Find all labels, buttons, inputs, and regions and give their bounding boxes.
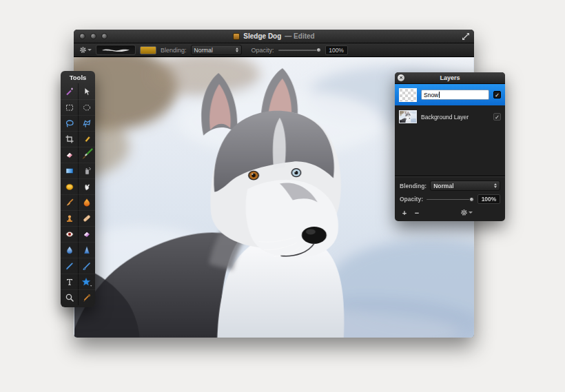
- tool-lasso[interactable]: [61, 115, 78, 131]
- tool-eraser[interactable]: [61, 147, 78, 163]
- traffic-lights: [79, 30, 107, 43]
- paintbrush-icon: [81, 149, 93, 161]
- stepper-icon: [494, 183, 497, 188]
- layers-opacity-label: Opacity:: [400, 196, 423, 203]
- tool-blur[interactable]: [61, 242, 78, 258]
- tool-healing[interactable]: [78, 210, 95, 226]
- bandage-icon: [82, 214, 92, 223]
- elliptical-marquee-icon: [82, 103, 92, 112]
- tool-eyedropper[interactable]: [78, 289, 95, 305]
- tool-magic-wand[interactable]: [61, 83, 78, 99]
- tool-smudge[interactable]: [78, 178, 95, 194]
- minimize-button[interactable]: [90, 33, 96, 39]
- tool-paintbrush[interactable]: [78, 147, 95, 163]
- layer-row-background[interactable]: Background Layer ✓: [395, 105, 505, 128]
- tool-type[interactable]: [61, 274, 78, 289]
- magic-wand-icon: [65, 87, 74, 96]
- stepper-icon: [236, 48, 238, 52]
- window-title-text: Sledge Dog: [243, 32, 281, 40]
- tool-smudge-brush[interactable]: [61, 194, 78, 210]
- layers-list-empty-area: [395, 128, 505, 176]
- layers-blending-label: Blending:: [400, 183, 427, 189]
- layers-opacity-slider[interactable]: [427, 196, 474, 203]
- brush-stroke-icon: [101, 47, 131, 53]
- layer-row-snow[interactable]: Snow ✓: [395, 84, 505, 105]
- tool-gradient[interactable]: [61, 163, 78, 178]
- close-button[interactable]: [79, 33, 85, 39]
- eyedropper-icon: [82, 293, 92, 302]
- tool-shape[interactable]: [78, 274, 95, 289]
- tool-clone-stamp[interactable]: [61, 210, 78, 226]
- clone-stamp-icon: [65, 214, 74, 223]
- tool-elliptical-marquee[interactable]: [78, 99, 95, 115]
- tool-move[interactable]: [78, 83, 95, 99]
- flame-icon: [82, 198, 92, 207]
- layer-name-input[interactable]: Snow: [421, 90, 489, 100]
- tools-palette-title: Tools: [61, 71, 95, 83]
- opacity-slider[interactable]: [278, 47, 321, 53]
- tool-zoom[interactable]: [61, 289, 78, 305]
- layer-visibility-checkbox[interactable]: ✓: [493, 113, 501, 121]
- layer-visibility-checkbox[interactable]: ✓: [493, 91, 501, 99]
- cone-icon: [82, 245, 92, 255]
- add-layer-button[interactable]: +: [400, 208, 409, 217]
- slider-track: [427, 199, 474, 200]
- tool-spray-can[interactable]: [78, 163, 95, 178]
- slider-knob[interactable]: [469, 197, 474, 202]
- tool-burn[interactable]: [78, 194, 95, 210]
- tool-rectangular-marquee[interactable]: [61, 99, 78, 115]
- chevron-down-icon: [88, 49, 92, 51]
- titlebar[interactable]: Sledge Dog — Edited: [74, 30, 474, 43]
- pen-icon: [65, 261, 74, 271]
- tool-freeform-pen[interactable]: [78, 258, 95, 274]
- polygonal-lasso-icon: [82, 118, 92, 128]
- tool-red-eye[interactable]: [61, 226, 78, 242]
- star-icon: [81, 277, 92, 287]
- water-drop-icon: [65, 245, 74, 255]
- gear-icon: [79, 46, 87, 54]
- eraser-icon: [65, 150, 74, 160]
- zoom-button[interactable]: [101, 33, 107, 39]
- layers-panel-header[interactable]: × Layers: [395, 72, 505, 84]
- document-icon: [233, 33, 240, 40]
- layers-panel-controls: Blending: Normal Opacity: 100%: [395, 176, 505, 206]
- pencil-icon: [82, 134, 92, 144]
- layers-opacity-value: 100%: [477, 194, 500, 204]
- tool-pen[interactable]: [61, 258, 78, 274]
- layer-settings-button[interactable]: [460, 209, 473, 216]
- tools-palette: Tools: [61, 71, 95, 307]
- smudge-brush-icon: [65, 198, 74, 207]
- move-cursor-icon: [82, 87, 92, 96]
- tool-crop[interactable]: [61, 131, 78, 147]
- opacity-label: Opacity:: [251, 47, 274, 54]
- art-eraser-icon: [82, 229, 92, 239]
- color-swatch[interactable]: [140, 46, 156, 54]
- tool-paint-bucket[interactable]: [61, 178, 78, 194]
- tool-pencil[interactable]: [78, 131, 95, 147]
- blending-dropdown[interactable]: Normal: [191, 45, 242, 55]
- window-edited-suffix: — Edited: [285, 32, 314, 40]
- slider-knob[interactable]: [316, 48, 321, 52]
- remove-layer-button[interactable]: −: [412, 208, 422, 217]
- opacity-value: 100%: [325, 45, 348, 55]
- layer-name-label: Background Layer: [421, 114, 489, 121]
- tool-art-eraser[interactable]: [78, 226, 95, 242]
- tool-options-bar: Blending: Normal Opacity: 100%: [74, 43, 474, 57]
- crop-icon: [65, 134, 74, 144]
- slider-track: [278, 50, 321, 51]
- layers-panel: × Layers Snow ✓ Background Layer ✓ Blend…: [395, 72, 505, 221]
- chevron-down-icon: [469, 212, 473, 214]
- brush-stroke-preview[interactable]: [96, 45, 136, 55]
- tool-polygonal-lasso[interactable]: [78, 115, 95, 131]
- tool-sharpen[interactable]: [78, 242, 95, 258]
- magnifier-icon: [65, 293, 74, 302]
- layers-blending-dropdown[interactable]: Normal: [430, 180, 500, 191]
- layers-blending-value: Normal: [433, 183, 453, 189]
- layers-panel-footer: + −: [395, 206, 505, 221]
- close-icon[interactable]: ×: [398, 74, 404, 81]
- tool-settings-button[interactable]: [79, 46, 92, 54]
- husky-thumbnail: [400, 111, 416, 123]
- layer-name-input-value: Snow: [424, 92, 438, 99]
- layer-thumbnail-photo: [399, 110, 417, 123]
- fullscreen-icon[interactable]: [462, 32, 470, 41]
